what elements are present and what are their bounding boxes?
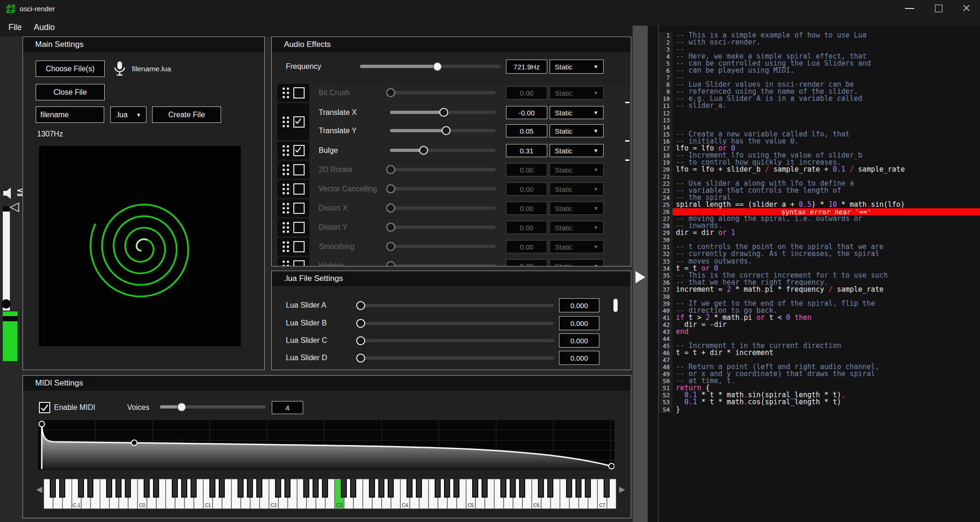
effect-enable-checkbox[interactable] xyxy=(293,222,305,233)
piano-key-black[interactable] xyxy=(153,479,159,498)
frequency-slider[interactable] xyxy=(360,65,501,68)
piano-key-black[interactable] xyxy=(482,479,488,498)
piano-key-black[interactable] xyxy=(172,479,178,498)
piano-key-black[interactable] xyxy=(237,479,244,498)
piano-key-black[interactable] xyxy=(341,479,347,498)
effect-drag-handle[interactable] xyxy=(277,103,309,140)
piano-key-black[interactable] xyxy=(472,479,478,498)
effect-value[interactable]: 0.05 xyxy=(506,124,547,137)
lua-slider-thumb[interactable] xyxy=(356,336,365,345)
menu-audio[interactable]: Audio xyxy=(30,21,59,34)
effect-mode-dropdown[interactable]: Static▼ xyxy=(550,86,604,99)
piano-key-black[interactable] xyxy=(444,479,450,498)
effect-value[interactable]: 0.00 xyxy=(506,163,547,176)
piano-key-black[interactable] xyxy=(125,479,131,498)
piano-key-black[interactable] xyxy=(50,479,56,498)
effect-enable-checkbox[interactable] xyxy=(293,203,305,214)
piano-key-black[interactable] xyxy=(219,479,225,498)
drag-dots-icon[interactable] xyxy=(283,184,289,195)
effect-slider-thumb[interactable] xyxy=(386,184,395,193)
lua-slider-thumb[interactable] xyxy=(356,301,365,310)
frequency-mode-dropdown[interactable]: Static ▼ xyxy=(550,60,604,74)
effect-drag-handle[interactable] xyxy=(277,161,309,179)
piano-key-black[interactable] xyxy=(59,479,65,498)
lua-slider[interactable] xyxy=(360,356,554,360)
effect-value[interactable]: 0.00 xyxy=(506,182,547,196)
piano-key-black[interactable] xyxy=(78,479,84,498)
volume-collapse-icon[interactable]: ◁ xyxy=(9,199,19,214)
effect-value[interactable]: 0.00 xyxy=(506,86,547,99)
effect-slider-thumb[interactable] xyxy=(439,108,448,117)
frequency-slider-thumb[interactable] xyxy=(433,62,442,71)
drag-dots-icon[interactable] xyxy=(283,116,289,127)
piano-key-black[interactable] xyxy=(275,479,281,498)
envelope-point[interactable] xyxy=(609,463,614,469)
piano-key-black[interactable] xyxy=(453,479,459,498)
voices-slider-thumb[interactable] xyxy=(177,402,186,412)
effect-slider[interactable] xyxy=(390,91,496,94)
effect-slider[interactable] xyxy=(390,206,496,210)
menu-file[interactable]: File xyxy=(5,21,25,34)
volume-slider-track[interactable] xyxy=(3,206,10,310)
effect-drag-handle[interactable] xyxy=(277,84,309,102)
piano-key-black[interactable] xyxy=(115,479,122,498)
effect-value[interactable]: 0.00 xyxy=(506,259,547,266)
effect-slider[interactable] xyxy=(390,226,496,229)
effect-slider-thumb[interactable] xyxy=(386,204,395,212)
microphone-icon[interactable] xyxy=(113,61,126,77)
enable-midi-checkbox[interactable] xyxy=(39,402,50,413)
effect-slider-thumb[interactable] xyxy=(386,88,395,97)
piano-key-black[interactable] xyxy=(144,479,150,498)
effect-slider-thumb[interactable] xyxy=(386,165,395,174)
effect-value[interactable]: 0.00 xyxy=(506,202,547,215)
effect-mode-dropdown[interactable]: Static▼ xyxy=(550,163,604,176)
piano-key-black[interactable] xyxy=(416,479,422,498)
piano-key-black[interactable] xyxy=(209,479,215,498)
piano-key-black[interactable] xyxy=(350,479,356,498)
effect-value[interactable]: 0.00 xyxy=(506,240,547,253)
drag-dots-icon[interactable] xyxy=(283,145,289,156)
volume-slider-thumb[interactable] xyxy=(1,299,11,309)
piano-key-black[interactable] xyxy=(566,479,572,498)
minimize-icon[interactable] xyxy=(905,8,914,9)
piano-key-black[interactable] xyxy=(313,479,319,498)
effect-drag-handle[interactable] xyxy=(277,180,309,198)
effect-value[interactable]: -0.00 xyxy=(506,106,547,119)
piano-key-black[interactable] xyxy=(547,479,553,498)
effect-slider[interactable] xyxy=(390,129,496,132)
lua-slider[interactable] xyxy=(360,339,554,342)
lua-slider-thumb[interactable] xyxy=(356,319,365,328)
lua-slider-value[interactable]: 0.000 xyxy=(559,351,599,365)
effect-mode-dropdown[interactable]: Static▼ xyxy=(550,182,604,196)
effect-mode-dropdown[interactable]: Static▼ xyxy=(550,202,604,215)
close-icon[interactable] xyxy=(963,4,970,12)
adsr-envelope-graph[interactable] xyxy=(38,420,614,470)
piano-key-black[interactable] xyxy=(538,479,544,498)
effect-mode-dropdown[interactable]: Static▼ xyxy=(550,144,604,157)
piano-key-black[interactable] xyxy=(256,479,262,498)
effect-mode-dropdown[interactable]: Static▼ xyxy=(550,221,604,234)
effect-enable-checkbox[interactable] xyxy=(293,241,305,252)
lua-slider-value[interactable]: 0.000 xyxy=(559,333,599,348)
effect-slider[interactable] xyxy=(390,149,496,152)
effect-value[interactable]: 0.00 xyxy=(506,221,547,234)
piano-key-black[interactable] xyxy=(388,479,394,498)
close-file-button[interactable]: Close File xyxy=(36,84,105,100)
effect-enable-checkbox[interactable] xyxy=(293,164,305,175)
piano-key-black[interactable] xyxy=(191,479,197,498)
effect-slider-thumb[interactable] xyxy=(442,126,451,135)
effect-drag-handle[interactable] xyxy=(277,199,309,217)
lua-code-editor[interactable]: 1-- This is a simple example of how to u… xyxy=(648,26,980,522)
keyboard-scroll-left-icon[interactable]: ◀ xyxy=(36,484,42,494)
keyboard-scroll-right-icon[interactable]: ▶ xyxy=(619,484,625,494)
piano-key-black[interactable] xyxy=(585,479,591,498)
effect-enable-checkbox[interactable] xyxy=(293,183,305,195)
effect-mode-dropdown[interactable]: Static▼ xyxy=(550,106,604,119)
voices-value[interactable]: 4 xyxy=(272,401,303,414)
effect-mode-dropdown[interactable]: Static▼ xyxy=(550,240,604,253)
effect-mode-dropdown[interactable]: Static▼ xyxy=(550,124,604,137)
piano-key-black[interactable] xyxy=(519,479,525,498)
lua-slider[interactable] xyxy=(360,322,554,325)
piano-key-black[interactable] xyxy=(106,479,112,498)
piano-key-black[interactable] xyxy=(87,479,93,498)
